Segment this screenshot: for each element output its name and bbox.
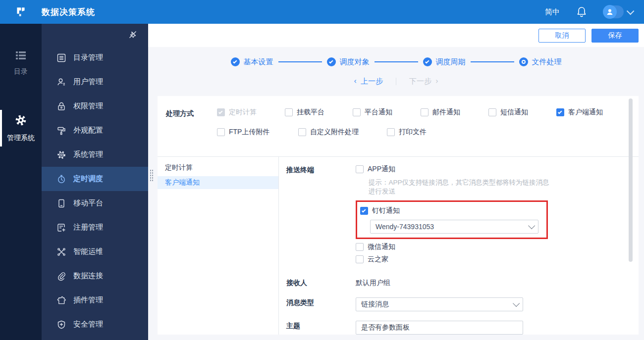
wizard-steps-area: 基本设置 调度对象 调度周期 文件处理 [148,47,644,96]
step-label: 基本设置 [244,57,273,67]
message-type-label: 消息类型 [286,297,356,311]
receiver-label: 接收人 [286,278,356,288]
subject-label: 主题 [286,321,356,335]
checkbox-sms-notify[interactable]: 短信通知 [488,108,556,117]
panel-resize-handle[interactable] [150,169,154,182]
sidebar-item-user-mgmt[interactable]: 用户管理 [42,70,148,94]
prev-step-button[interactable]: ‹ 上一步 [354,77,383,86]
checkbox-icon [353,108,361,116]
top-bar: 数据决策系统 简中 [0,0,644,24]
checkbox-icon [387,128,395,136]
step-basic-settings: 基本设置 [231,57,273,67]
checkbox-app-notify[interactable]: APP通知 [356,165,550,174]
sidebar-item-directory[interactable]: 目录 [0,44,42,83]
menu-label: 系统管理 [73,150,103,159]
checkbox-client-notify[interactable]: 客户端通知 [556,108,603,117]
checkbox-icon [356,255,364,263]
checkbox-label: 云之家 [368,255,388,264]
shield-icon [56,320,66,330]
sidebar-item-catalog-mgmt[interactable]: 目录管理 [42,46,148,70]
client-notify-form: 推送终端 APP通知 提示：APP仅支持链接消息，其它消息类型都将转为链接消息进… [279,157,639,335]
checkbox-wechat-notify[interactable]: 微信通知 [356,243,550,251]
checkbox-print-file[interactable]: 打印文件 [387,128,427,137]
menu-label: 外观配置 [73,126,103,135]
gear-outline-icon [56,150,66,160]
list-icon [15,50,27,60]
lock-icon [56,101,66,111]
subtab-scheduled-compute[interactable]: 定时计算 [158,161,278,174]
cancel-button[interactable]: 取消 [538,29,586,43]
sidebar-item-intelligent-ops[interactable]: 智能运维 [42,240,148,264]
subtab-client-notify[interactable]: 客户端通知 [158,176,278,189]
file-processing-panel: 处理方式 定时计算 挂载平台 平台通知 [158,96,639,335]
notification-bell-icon[interactable] [577,6,587,17]
sidebar-item-label: 目录 [14,67,28,76]
checkbox-scheduled-compute[interactable]: 定时计算 [217,108,285,117]
avatar [603,5,617,19]
chevron-down-icon [513,300,520,307]
unpin-icon[interactable] [128,30,137,39]
next-step-button[interactable]: 下一步 › [409,77,438,86]
account-menu[interactable] [603,5,632,18]
ops-icon [56,247,66,257]
checkbox-icon [488,108,496,116]
checkbox-icon [217,108,225,116]
message-type-select[interactable]: 链接消息 [356,297,523,311]
checkbox-icon [556,108,564,116]
sidebar-item-data-connection[interactable]: 数据连接 [42,264,148,288]
paint-roller-icon [56,126,66,136]
sidebar-item-plugin-mgmt[interactable]: 插件管理 [42,288,148,312]
fanruan-logo-icon [14,5,27,18]
checkbox-platform-notify[interactable]: 平台通知 [353,108,421,117]
sidebar-item-schedule[interactable]: 定时调度 [42,167,148,191]
sidebar-item-system-mgmt[interactable]: 系统管理 [42,143,148,167]
checkbox-label: 平台通知 [365,108,392,117]
sidebar-item-management[interactable]: 管理系统 [0,107,42,149]
chevron-left-icon: ‹ [354,77,357,86]
mobile-icon [56,198,66,208]
subtab-label: 定时计算 [165,163,193,172]
menu-label: 注册管理 [73,223,103,232]
menu-label: 移动平台 [73,198,103,208]
app-logo[interactable] [0,5,42,18]
step-schedule-object: 调度对象 [327,57,370,67]
chevron-down-icon [528,222,535,229]
timer-icon [56,174,66,184]
checkbox-icon [421,108,429,116]
vertical-scrollbar[interactable] [629,98,633,262]
checkbox-custom-attachment[interactable]: 自定义附件处理 [298,128,387,137]
checkbox-icon [356,165,364,173]
register-icon [56,223,66,233]
checkbox-label: 打印文件 [399,128,427,137]
divider [396,78,396,85]
sidebar-item-registration-mgmt[interactable]: 注册管理 [42,215,148,240]
checkbox-ftp-upload[interactable]: FTP上传附件 [217,128,298,137]
sidebar-item-mobile-platform[interactable]: 移动平台 [42,191,148,215]
checkbox-icon [356,243,364,251]
app-notify-hint: 提示：APP仅支持链接消息，其它消息类型都将转为链接消息进行发送 [369,178,550,196]
subject-input[interactable] [356,321,523,335]
puzzle-icon [56,295,66,305]
sidebar-item-permission-mgmt[interactable]: 权限管理 [42,94,148,118]
sidebar-item-security-mgmt[interactable]: 安全管理 [42,312,148,337]
checkbox-yunzhijia[interactable]: 云之家 [356,255,550,264]
language-switch[interactable]: 简中 [545,7,560,17]
checkbox-dingtalk-notify[interactable]: 钉钉通知 [360,206,542,215]
checkbox-label: 客户端通知 [568,108,603,117]
prev-step-label: 上一步 [361,77,383,86]
step-connector [471,61,514,62]
checkbox-mount-platform[interactable]: 挂载平台 [285,108,353,117]
selected-value: Wendy-743931053 [376,223,434,231]
sidebar-item-appearance-config[interactable]: 外观配置 [42,118,148,143]
subtab-label: 客户端通知 [165,178,200,187]
sidebar-item-label: 管理系统 [7,134,35,143]
step-label: 文件处理 [532,57,562,67]
chevron-down-icon [627,7,635,15]
step-done-icon [231,57,240,66]
save-button[interactable]: 保存 [591,29,639,43]
user-avatar-icon [606,8,614,16]
dingtalk-account-select[interactable]: Wendy-743931053 [370,220,538,234]
checkbox-email-notify[interactable]: 邮件通知 [421,108,488,117]
menu-label: 插件管理 [73,295,103,305]
menu-label: 数据连接 [73,271,103,281]
